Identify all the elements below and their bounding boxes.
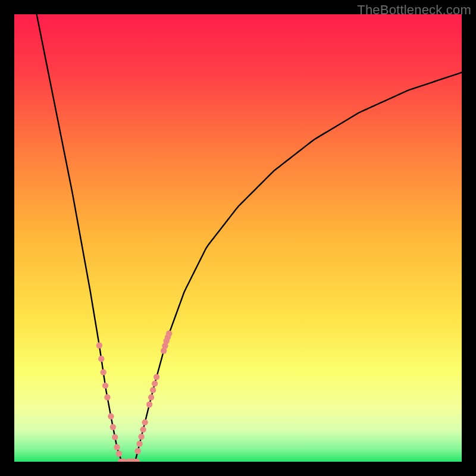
marker-dot [96, 342, 102, 348]
marker-dot [154, 374, 159, 380]
marker-dot [142, 419, 148, 425]
marker-dot [148, 394, 154, 400]
marker-dot [146, 402, 152, 408]
chart-frame [14, 14, 462, 462]
marker-dot [108, 414, 114, 419]
gradient-background [14, 14, 462, 462]
marker-dot [150, 387, 156, 393]
marker-dot [166, 330, 172, 336]
marker-dot [140, 427, 146, 433]
marker-dot [104, 394, 110, 400]
marker-dot [136, 441, 142, 447]
marker-dot [98, 356, 104, 362]
marker-dot [152, 380, 158, 386]
marker-dot [112, 434, 118, 440]
marker-dot [100, 369, 106, 375]
marker-dot [134, 448, 140, 454]
marker-dot [110, 424, 116, 430]
marker-dot [114, 444, 120, 450]
marker-dot [138, 434, 144, 440]
marker-dot [102, 383, 108, 389]
watermark-text: TheBottleneck.com [357, 2, 471, 18]
chart-svg [14, 14, 462, 462]
marker-dot [116, 450, 122, 456]
